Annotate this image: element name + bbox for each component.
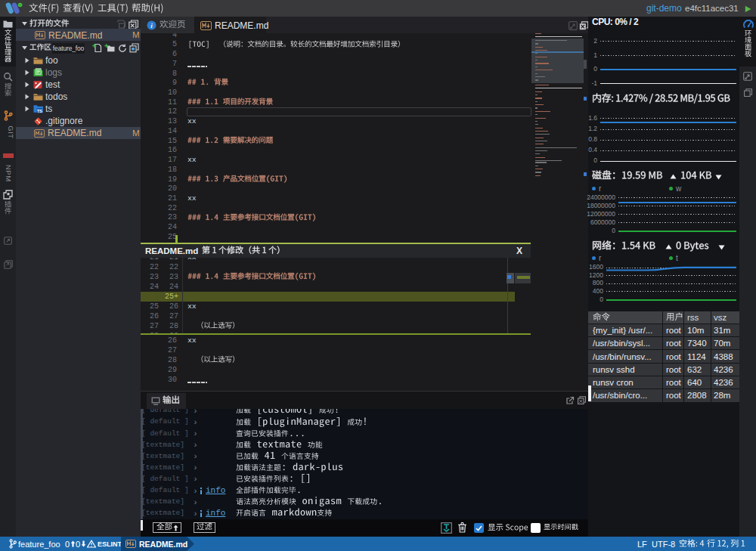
svg-text:TS: TS (37, 109, 42, 113)
